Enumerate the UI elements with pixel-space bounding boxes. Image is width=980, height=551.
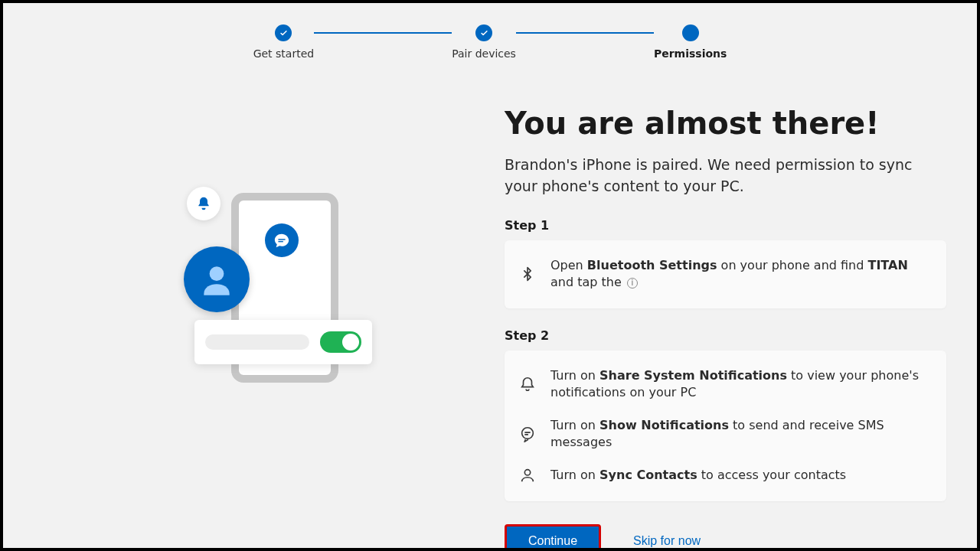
notification-icon: [518, 375, 537, 393]
dot-icon: [682, 24, 699, 41]
stepper-connector: [516, 32, 654, 34]
step2-row-text: Turn on Sync Contacts to access your con…: [550, 467, 846, 484]
step2-row: Turn on Share System Notifications to vi…: [518, 361, 933, 408]
svg-point-3: [522, 428, 534, 439]
toggle-on-icon: [320, 331, 361, 353]
svg-point-2: [210, 266, 224, 281]
step-pair-devices: Pair devices: [452, 24, 516, 60]
step1-text: Open Bluetooth Settings on your phone an…: [550, 257, 933, 292]
step1-heading: Step 1: [505, 218, 946, 233]
page-subtitle: Brandon's iPhone is paired. We need perm…: [505, 155, 946, 197]
contact-icon: [518, 466, 537, 484]
step-get-started: Get started: [253, 24, 315, 60]
bluetooth-icon: [518, 265, 537, 283]
step-permissions: Permissions: [654, 24, 727, 60]
action-row: Continue Skip for now: [505, 524, 946, 551]
step-label: Permissions: [654, 47, 727, 60]
step-label: Pair devices: [452, 47, 516, 60]
step2-heading: Step 2: [505, 328, 946, 343]
step-label: Get started: [253, 47, 315, 60]
svg-rect-0: [278, 239, 285, 240]
step2-row: Turn on Sync Contacts to access your con…: [518, 457, 933, 491]
message-icon: [518, 425, 537, 443]
toggle-card: [194, 320, 372, 364]
continue-button[interactable]: Continue: [505, 524, 601, 551]
page-title: You are almost there!: [505, 106, 946, 141]
step2-row: Turn on Show Notifications to send and r…: [518, 408, 933, 458]
phone-illustration: [34, 87, 462, 548]
svg-point-4: [524, 470, 530, 475]
check-icon: [275, 24, 292, 41]
avatar-icon: [184, 246, 250, 312]
placeholder-bar: [205, 334, 309, 350]
stepper-connector: [314, 32, 452, 34]
skip-button[interactable]: Skip for now: [633, 534, 701, 548]
step1-row: Open Bluetooth Settings on your phone an…: [518, 251, 933, 298]
check-icon: [475, 24, 492, 41]
step2-row-text: Turn on Show Notifications to send and r…: [550, 417, 933, 452]
chat-icon: [265, 223, 299, 257]
step2-card: Turn on Share System Notifications to vi…: [505, 350, 946, 502]
svg-rect-1: [278, 241, 283, 242]
step2-row-text: Turn on Share System Notifications to vi…: [550, 367, 933, 402]
bell-icon: [187, 187, 220, 220]
info-icon[interactable]: i: [627, 278, 638, 289]
step1-card: Open Bluetooth Settings on your phone an…: [505, 240, 946, 308]
setup-stepper: Get started Pair devices Permissions: [3, 3, 977, 60]
